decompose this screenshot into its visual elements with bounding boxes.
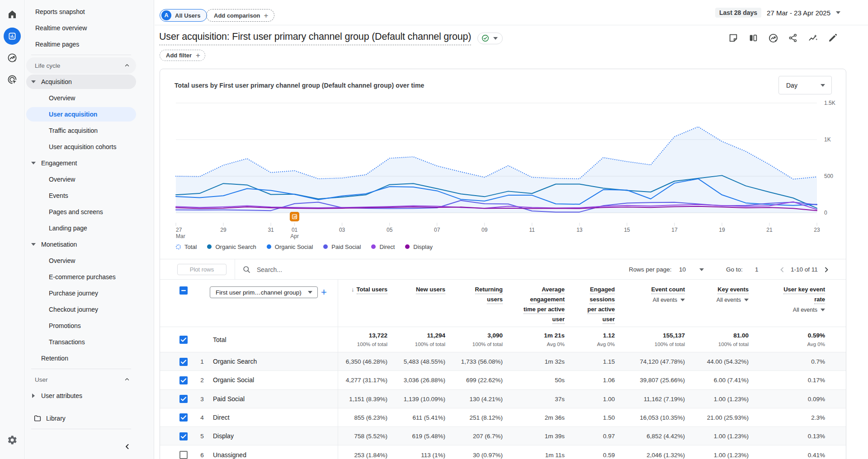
legend-item-paid-social[interactable]: Paid Social bbox=[323, 244, 361, 250]
sidebar-item-realtime-pages[interactable]: Realtime pages bbox=[25, 36, 154, 52]
cell-value: 6,852 (4.42%) bbox=[646, 433, 685, 440]
report-status-badge[interactable] bbox=[477, 33, 503, 44]
channel-name: Direct bbox=[213, 414, 230, 421]
chevron-up-icon[interactable] bbox=[124, 377, 130, 382]
sidebar-item-e-commerce-purchases[interactable]: E-commerce purchases bbox=[25, 269, 154, 285]
sidebar-item-life-cycle[interactable]: Life cycle bbox=[25, 57, 154, 74]
row-checkbox[interactable] bbox=[179, 451, 188, 459]
x-axis-label: 27 bbox=[176, 227, 182, 233]
legend-item-organic-search[interactable]: Organic Search bbox=[207, 244, 256, 250]
event-filter-select[interactable]: All events bbox=[717, 297, 749, 303]
share-icon[interactable] bbox=[788, 33, 798, 43]
sidebar-item-promotions[interactable]: Promotions bbox=[25, 318, 154, 334]
row-checkbox[interactable] bbox=[179, 376, 188, 384]
column-header-returning-users[interactable]: Returningusers bbox=[475, 286, 503, 306]
column-header-label: rate bbox=[814, 296, 825, 304]
column-header-user-key-event-rate[interactable]: User key eventrateAll events bbox=[783, 286, 825, 313]
settings-gear-icon[interactable] bbox=[7, 435, 18, 447]
date-range-picker[interactable]: Last 28 days 27 Mar - 23 Apr 2025 bbox=[715, 0, 840, 25]
home-icon[interactable] bbox=[7, 9, 18, 22]
sidebar-item-overview[interactable]: Overview bbox=[25, 171, 154, 187]
goto-input[interactable]: 1 bbox=[755, 259, 759, 280]
timeseries-chart[interactable]: 05001K1.5K27Mar293101Apr0305070911131517… bbox=[160, 69, 846, 255]
prev-page-icon[interactable] bbox=[778, 259, 787, 280]
page-title[interactable]: User acquisition: First user primary cha… bbox=[159, 31, 471, 45]
sidebar-item-pages-and-screens[interactable]: Pages and screens bbox=[25, 204, 154, 220]
column-header-new-users[interactable]: New users bbox=[416, 286, 445, 296]
sidebar-item-purchase-journey[interactable]: Purchase journey bbox=[25, 285, 154, 301]
column-header-engaged-sessions-per-active-user[interactable]: Engagedsessionsper activeuser bbox=[587, 286, 615, 326]
row-checkbox[interactable] bbox=[179, 395, 188, 403]
granularity-select[interactable]: Day bbox=[778, 76, 832, 94]
sidebar-item-events[interactable]: Events bbox=[25, 187, 154, 204]
dimension-select[interactable]: First user prim…channel group) bbox=[210, 286, 318, 298]
plot-rows-button[interactable]: Plot rows bbox=[177, 264, 226, 275]
sidebar-item-user[interactable]: User bbox=[25, 371, 154, 388]
sidebar-item-user-acquisition-cohorts[interactable]: User acquisition cohorts bbox=[25, 139, 154, 155]
column-header-average-engagement-time-per-active-user[interactable]: Averageengagementtime per activeuser bbox=[524, 286, 565, 326]
edit-icon[interactable] bbox=[827, 33, 838, 43]
advertising-icon[interactable] bbox=[7, 74, 18, 87]
column-header-label: sessions bbox=[590, 296, 615, 304]
legend-item-display[interactable]: Display bbox=[405, 244, 433, 250]
legend-item-direct[interactable]: Direct bbox=[371, 244, 395, 250]
rows-per-page-select[interactable]: 10 bbox=[679, 259, 686, 280]
chevron-down-icon[interactable] bbox=[699, 268, 704, 271]
legend-dot-icon bbox=[371, 244, 376, 249]
total-row-checkbox[interactable] bbox=[179, 336, 188, 344]
reports-icon[interactable] bbox=[4, 28, 21, 45]
sidebar-item-overview[interactable]: Overview bbox=[25, 90, 154, 106]
cell-value: 130 (4.21%) bbox=[469, 395, 503, 402]
event-filter-value: All events bbox=[717, 297, 741, 303]
legend-item-total[interactable]: Total bbox=[176, 244, 197, 250]
sidebar-item-user-acquisition[interactable]: User acquisition bbox=[25, 106, 154, 122]
search-input[interactable]: Search... bbox=[257, 266, 282, 273]
next-page-icon[interactable] bbox=[822, 259, 831, 280]
collapse-sidebar-button[interactable] bbox=[119, 438, 135, 454]
chevron-up-icon[interactable] bbox=[124, 63, 130, 68]
sidebar-item-monetisation[interactable]: Monetisation bbox=[25, 236, 154, 253]
add-dimension-button[interactable]: + bbox=[321, 286, 327, 298]
event-filter-select[interactable]: All events bbox=[793, 307, 825, 313]
sparkline-insights-icon[interactable] bbox=[807, 33, 818, 43]
sidebar-item-traffic-acquisition[interactable]: Traffic acquisition bbox=[25, 122, 154, 139]
sidebar-item-reports-snapshot[interactable]: Reports snapshot bbox=[25, 4, 154, 20]
row-checkbox[interactable] bbox=[179, 432, 188, 440]
annotation-marker-icon[interactable] bbox=[290, 212, 299, 221]
sidebar-item-acquisition[interactable]: Acquisition bbox=[25, 74, 154, 90]
sidebar-item-library[interactable]: Library bbox=[25, 410, 154, 426]
legend-label: Organic Social bbox=[275, 244, 313, 250]
annotations-icon[interactable] bbox=[728, 33, 739, 43]
cell-value: 39,807 (25.66%) bbox=[640, 377, 685, 384]
legend-label: Paid Social bbox=[331, 244, 361, 250]
event-filter-select[interactable]: All events bbox=[653, 297, 685, 303]
explore-icon[interactable] bbox=[7, 52, 18, 65]
sidebar-item-transactions[interactable]: Transactions bbox=[25, 334, 154, 350]
sidebar-item-retention[interactable]: Retention bbox=[25, 350, 154, 366]
total-value: 1.12 bbox=[603, 332, 615, 339]
row-checkbox[interactable] bbox=[179, 413, 188, 422]
column-header-total-users[interactable]: ↓Total users bbox=[351, 286, 387, 296]
insights-circle-icon[interactable] bbox=[768, 33, 778, 43]
legend-item-organic-social[interactable]: Organic Social bbox=[267, 244, 313, 250]
sidebar-item-landing-page[interactable]: Landing page bbox=[25, 220, 154, 236]
sidebar-item-checkout-journey[interactable]: Checkout journey bbox=[25, 301, 154, 318]
select-all-checkbox[interactable] bbox=[179, 286, 188, 295]
sidebar-item-engagement[interactable]: Engagement bbox=[25, 155, 154, 171]
main-content: A All Users Add comparison + Last 28 day… bbox=[155, 0, 868, 459]
x-axis-label: 01 bbox=[292, 227, 298, 233]
x-axis-label: 07 bbox=[434, 227, 440, 233]
sidebar-item-realtime-overview[interactable]: Realtime overview bbox=[25, 20, 154, 36]
add-filter-button[interactable]: Add filter + bbox=[160, 50, 205, 61]
column-header-event-count[interactable]: Event countAll events bbox=[651, 286, 685, 303]
compare-icon[interactable] bbox=[748, 33, 759, 43]
total-subvalue: 100% of total bbox=[718, 342, 749, 347]
x-axis-label: 09 bbox=[481, 227, 488, 233]
sidebar-item-user-attributes[interactable]: User attributes bbox=[25, 388, 154, 404]
legend-label: Organic Search bbox=[215, 244, 256, 250]
add-comparison-button[interactable]: Add comparison + bbox=[206, 9, 274, 22]
column-header-key-events[interactable]: Key eventsAll events bbox=[717, 286, 749, 303]
sidebar-item-overview[interactable]: Overview bbox=[25, 253, 154, 269]
row-checkbox[interactable] bbox=[179, 358, 188, 366]
all-users-chip[interactable]: A All Users bbox=[160, 9, 207, 22]
